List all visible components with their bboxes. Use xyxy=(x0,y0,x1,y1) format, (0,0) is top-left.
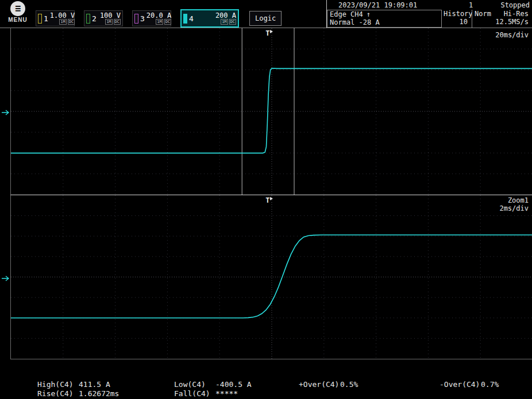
hamburger-menu-icon: ≡ xyxy=(10,1,25,16)
channel-3-coupling-badges: 1MDC xyxy=(155,19,171,25)
oscilloscope-screen: ≡ MENU 1 1.00 V 1MDC 2 100 V xyxy=(0,0,532,399)
channel-3-number: 3 xyxy=(140,14,145,23)
channel-2-scale: 100 V xyxy=(100,13,121,19)
channel-bar: 1 1.00 V 1MDC 2 100 V 1MDC xyxy=(36,9,282,28)
channel-2-coupling-badges: 1MDC xyxy=(104,19,121,25)
channel-4-number: 4 xyxy=(189,14,194,23)
channel-1-coupling-badges: 1MDC xyxy=(58,19,75,25)
zoom-trigger-position-marker[interactable]: T xyxy=(265,196,269,204)
zoom-waveform-window[interactable]: Zoom1 2ms/div T xyxy=(10,195,532,359)
menu-button[interactable]: ≡ MENU xyxy=(5,1,31,23)
measurement-high: High(C4)411.5 A xyxy=(37,380,110,389)
channel-1-box[interactable]: 1 1.00 V 1MDC xyxy=(36,10,75,26)
menu-label: MENU xyxy=(5,17,31,23)
rising-edge-icon: ↑ xyxy=(367,10,371,18)
channel-3-scale: 20.0 A xyxy=(147,13,171,19)
channel-4-box[interactable]: 4 200 A 1MDC xyxy=(180,9,239,28)
channel-3-box[interactable]: 3 20.0 A 1MDC xyxy=(132,10,171,26)
zoom-window-label: Zoom1 xyxy=(508,197,529,204)
ch4-zoom-zero-level-marker-icon[interactable] xyxy=(1,273,9,284)
trigger-settings-box[interactable]: Edge CH4↑ Normal -28 A xyxy=(327,10,442,28)
trigger-level-label: Normal -28 A xyxy=(330,18,439,26)
channel-4-scale: 200 A xyxy=(215,13,236,19)
sample-rate-label: 12.5MS/s xyxy=(475,18,529,26)
acquisition-box[interactable]: Norm Hi-Res 12.5MS/s xyxy=(472,10,531,28)
measurement-minus-over: -Over(C4)0.7% xyxy=(440,380,499,389)
run-state-badge: Stopped xyxy=(500,1,530,9)
main-waveform-plot xyxy=(11,28,532,195)
acquisition-count: 1 xyxy=(469,1,473,9)
channel-1-number: 1 xyxy=(44,14,48,23)
ch4-zero-level-marker-icon[interactable] xyxy=(1,107,9,118)
trigger-mode-label: Edge CH4 xyxy=(330,10,363,18)
channel-3-color-bar-icon xyxy=(134,14,138,24)
datetime: 2023/09/21 19:09:01 xyxy=(338,1,417,9)
status-row-2: Edge CH4↑ Normal -28 A History 10 Norm H… xyxy=(327,10,531,28)
channel-4-color-bar-icon xyxy=(183,14,187,24)
channel-1-scale: 1.00 V xyxy=(50,13,75,19)
main-timebase-label: 20ms/div xyxy=(495,32,529,39)
zoom-waveform-plot xyxy=(11,195,532,359)
measurement-fall: Fall(C4)***** xyxy=(174,389,238,398)
history-label: History xyxy=(444,10,470,18)
top-bar: ≡ MENU 1 1.00 V 1MDC 2 100 V xyxy=(0,0,532,28)
trigger-flag-icon xyxy=(270,197,273,200)
channel-4-coupling-badges: 1MDC xyxy=(219,19,236,25)
trigger-flag-icon xyxy=(270,30,273,33)
channel-1-color-bar-icon xyxy=(38,14,42,24)
zoom-timebase-label: 2ms/div xyxy=(499,205,529,212)
channel-2-color-bar-icon xyxy=(86,14,90,24)
status-area: 2023/09/21 19:09:01 1 Stopped Edge CH4↑ … xyxy=(326,0,532,28)
channel-2-box[interactable]: 2 100 V 1MDC xyxy=(84,10,123,26)
waveform-display: 20ms/div T Zoom1 2ms/div T xyxy=(0,28,532,359)
acq-mode-label: Norm xyxy=(475,10,491,18)
history-value: 10 xyxy=(444,18,470,26)
measurements-bar: High(C4)411.5 A Low(C4)-400.5 A +Over(C4… xyxy=(0,360,532,399)
history-box[interactable]: History 10 xyxy=(442,10,472,28)
measurement-rise: Rise(C4)1.62672ms xyxy=(37,389,119,398)
logic-button[interactable]: Logic xyxy=(249,11,282,26)
trigger-position-marker[interactable]: T xyxy=(265,29,269,37)
channel-2-number: 2 xyxy=(92,14,97,23)
measurement-low: Low(C4)-400.5 A xyxy=(174,380,252,389)
status-row-1: 2023/09/21 19:09:01 1 Stopped xyxy=(327,0,532,9)
measurement-plus-over: +Over(C4)0.5% xyxy=(299,380,358,389)
acq-resolution-label: Hi-Res xyxy=(504,10,529,18)
main-waveform-window[interactable]: 20ms/div T xyxy=(10,28,532,195)
